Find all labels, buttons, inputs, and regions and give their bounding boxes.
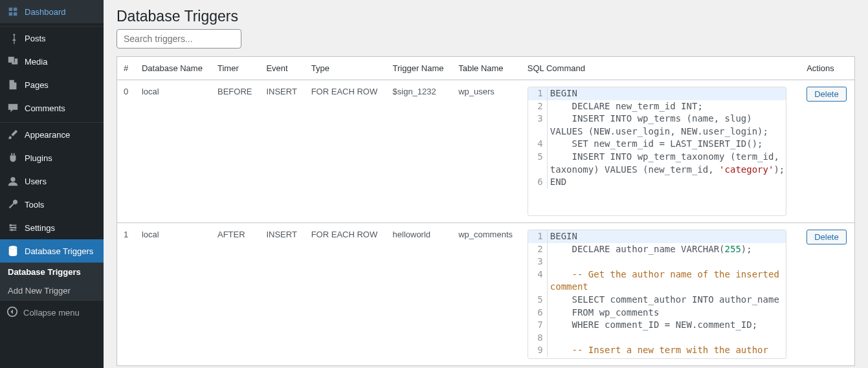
- cell-actions: Delete: [800, 80, 854, 223]
- cell-timer: BEFORE: [211, 80, 260, 223]
- collapse-label: Collapse menu: [23, 308, 80, 318]
- th-event: Event: [260, 57, 304, 80]
- sidebar-item-label: Users: [25, 177, 47, 186]
- cell-idx: 0: [117, 80, 135, 223]
- cell-sql: 1BEGIN2 DECLARE new_term_id INT;3 INSERT…: [521, 80, 800, 223]
- svg-point-1: [10, 224, 12, 227]
- sidebar-item-appearance[interactable]: Appearance: [0, 123, 104, 146]
- delete-button[interactable]: Delete: [807, 230, 847, 244]
- cell-trigger: $sign_1232: [386, 80, 452, 223]
- cell-db: local: [135, 80, 211, 223]
- settings-icon: [6, 221, 19, 234]
- table-row: 1localAFTERINSERTFOR EACH ROWhelloworldw…: [117, 223, 855, 366]
- pin-icon: [6, 32, 19, 45]
- sidebar-item-label: Plugins: [25, 153, 52, 163]
- wrench-icon: [6, 198, 19, 211]
- delete-button[interactable]: Delete: [807, 87, 847, 102]
- th-timer: Timer: [211, 57, 260, 80]
- th-trigger: Trigger Name: [386, 57, 452, 80]
- collapse-icon: [6, 306, 18, 319]
- cell-trigger: helloworld: [386, 223, 452, 366]
- sidebar-item-pages[interactable]: Pages: [0, 73, 104, 96]
- cell-type: FOR EACH ROW: [305, 223, 386, 366]
- sidebar-item-label: Appearance: [25, 130, 70, 140]
- cell-timer: AFTER: [211, 223, 260, 366]
- cell-db: local: [135, 223, 211, 366]
- search-box: [117, 29, 855, 49]
- sidebar-item-label: Media: [25, 57, 47, 67]
- cell-table: wp_comments: [452, 223, 521, 366]
- sidebar-subnav: Database Triggers Add New Trigger: [0, 263, 104, 300]
- main-content: Database Triggers # Database Name Timer …: [104, 0, 868, 368]
- cell-event: INSERT: [260, 80, 304, 223]
- cell-table: wp_users: [452, 80, 521, 223]
- page-title: Database Triggers: [117, 8, 855, 25]
- sidebar-item-media[interactable]: Media: [0, 50, 104, 73]
- sidebar-item-label: Posts: [25, 34, 46, 43]
- sidebar-item-posts[interactable]: Posts: [0, 27, 104, 50]
- cell-event: INSERT: [260, 223, 304, 366]
- sidebar-item-tools[interactable]: Tools: [0, 193, 104, 216]
- cell-actions: Delete: [800, 223, 854, 366]
- th-table: Table Name: [452, 57, 521, 80]
- table-row: 0localBEFOREINSERTFOR EACH ROW$sign_1232…: [117, 80, 855, 223]
- svg-point-4: [9, 246, 17, 249]
- sidebar-item-database-triggers[interactable]: Database Triggers: [0, 239, 104, 263]
- comments-icon: [6, 102, 19, 114]
- svg-point-3: [10, 229, 13, 232]
- subnav-database-triggers[interactable]: Database Triggers: [0, 263, 104, 281]
- sidebar-item-label: Database Triggers: [25, 246, 93, 256]
- search-input[interactable]: [117, 29, 241, 49]
- th-actions: Actions: [800, 57, 854, 80]
- code-editor[interactable]: 1BEGIN2 DECLARE new_term_id INT;3 INSERT…: [528, 87, 786, 216]
- media-icon: [6, 55, 19, 68]
- collapse-menu[interactable]: Collapse menu: [0, 300, 104, 325]
- cell-sql: 1BEGIN2 DECLARE author_name VARCHAR(255)…: [521, 223, 800, 366]
- svg-point-2: [14, 226, 17, 229]
- triggers-table: # Database Name Timer Event Type Trigger…: [117, 56, 855, 366]
- plug-icon: [6, 151, 19, 164]
- sidebar-item-users[interactable]: Users: [0, 169, 104, 193]
- user-icon: [6, 175, 19, 188]
- admin-sidebar: Dashboard Posts Media Pages Comments App…: [0, 0, 104, 368]
- brush-icon: [6, 128, 19, 141]
- cell-idx: 1: [117, 223, 135, 366]
- sidebar-item-comments[interactable]: Comments: [0, 96, 104, 120]
- svg-point-0: [10, 177, 15, 182]
- pages-icon: [6, 78, 19, 91]
- dashboard-icon: [6, 5, 19, 18]
- database-icon: [6, 244, 19, 257]
- sidebar-item-label: Settings: [25, 223, 55, 233]
- sidebar-item-plugins[interactable]: Plugins: [0, 146, 104, 169]
- sidebar-item-dashboard[interactable]: Dashboard: [0, 0, 104, 23]
- sidebar-item-settings[interactable]: Settings: [0, 216, 104, 239]
- th-db: Database Name: [135, 57, 211, 80]
- th-index: #: [117, 57, 135, 80]
- sidebar-item-label: Dashboard: [25, 7, 66, 17]
- sidebar-item-label: Pages: [25, 80, 49, 90]
- th-sql: SQL Command: [521, 57, 800, 80]
- code-editor[interactable]: 1BEGIN2 DECLARE author_name VARCHAR(255)…: [528, 230, 786, 359]
- sidebar-item-label: Comments: [25, 103, 65, 113]
- subnav-add-new-trigger[interactable]: Add New Trigger: [0, 281, 104, 300]
- sidebar-item-label: Tools: [25, 200, 44, 210]
- cell-type: FOR EACH ROW: [305, 80, 386, 223]
- th-type: Type: [305, 57, 386, 80]
